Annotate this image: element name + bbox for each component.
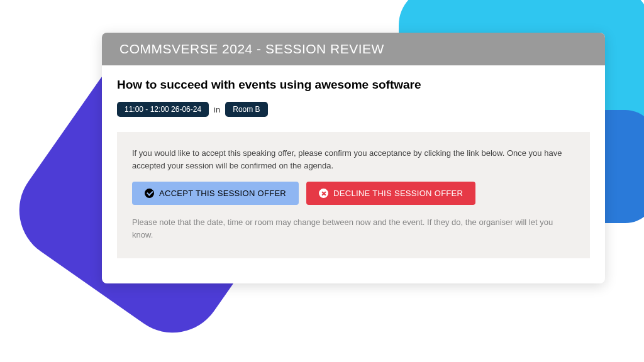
session-meta-row: 11:00 - 12:00 26-06-24 in Room B: [117, 102, 590, 117]
decline-session-button[interactable]: DECLINE THIS SESSION OFFER: [306, 182, 475, 205]
accept-button-label: ACCEPT THIS SESSION OFFER: [159, 189, 286, 198]
button-row: ACCEPT THIS SESSION OFFER DECLINE THIS S…: [132, 182, 575, 205]
card-body: How to succeed with events using awesome…: [102, 65, 605, 283]
page-title: COMMSVERSE 2024 - SESSION REVIEW: [119, 41, 384, 56]
info-box: If you would like to accept this speakin…: [117, 132, 590, 258]
cross-icon: [319, 189, 328, 198]
accept-session-button[interactable]: ACCEPT THIS SESSION OFFER: [132, 182, 299, 205]
in-label: in: [214, 105, 220, 114]
session-title: How to succeed with events using awesome…: [117, 78, 590, 92]
room-pill: Room B: [225, 102, 267, 117]
accept-instruction-text: If you would like to accept this speakin…: [132, 147, 575, 172]
disclaimer-note: Please note that the date, time or room …: [132, 216, 575, 241]
check-icon: [145, 189, 154, 198]
card-header: COMMSVERSE 2024 - SESSION REVIEW: [102, 33, 605, 65]
decline-button-label: DECLINE THIS SESSION OFFER: [333, 189, 463, 198]
time-date-pill: 11:00 - 12:00 26-06-24: [117, 102, 209, 117]
session-review-card: COMMSVERSE 2024 - SESSION REVIEW How to …: [102, 33, 605, 283]
